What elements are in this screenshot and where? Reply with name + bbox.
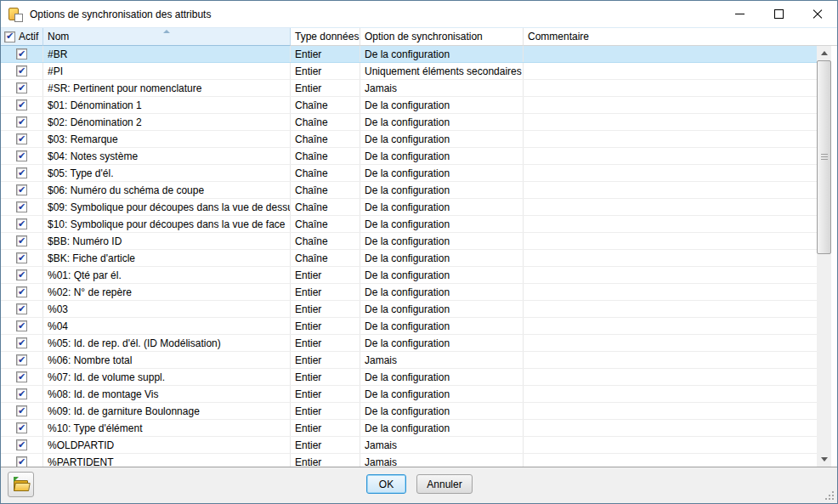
row-checkbox[interactable] <box>16 439 27 450</box>
row-checkbox[interactable] <box>16 371 27 382</box>
table-row[interactable]: #SR: Pertinent pour nomenclatureEntierJa… <box>1 80 817 97</box>
attribute-comment <box>524 403 817 419</box>
attribute-name: %10: Type d'élément <box>43 420 291 436</box>
row-checkbox[interactable] <box>16 150 27 161</box>
row-checkbox[interactable] <box>16 354 27 365</box>
row-checkbox[interactable] <box>16 116 27 127</box>
table-row[interactable]: #PIEntierUniquement éléments secondaires <box>1 63 817 80</box>
table-row[interactable]: $10: Symbolique pour découpes dans la vu… <box>1 216 817 233</box>
attribute-sync-option: De la configuration <box>360 403 524 419</box>
vertical-scrollbar[interactable] <box>817 46 831 467</box>
attribute-name: %09: Id. de garniture Boulonnage <box>43 403 291 419</box>
row-checkbox[interactable] <box>16 286 27 297</box>
row-checkbox[interactable] <box>16 269 27 280</box>
table-row[interactable]: $BB: Numéro IDChaîneDe la configuration <box>1 233 817 250</box>
attribute-sync-option: De la configuration <box>360 114 524 130</box>
table-row[interactable]: $03: RemarqueChaîneDe la configuration <box>1 131 817 148</box>
attribute-sync-option: De la configuration <box>360 250 524 266</box>
row-checkbox[interactable] <box>16 65 27 76</box>
table-row[interactable]: $09: Symbolique pour découpes dans la vu… <box>1 199 817 216</box>
attribute-sync-option: De la configuration <box>360 369 524 385</box>
attribute-name: %OLDPARTID <box>43 437 291 453</box>
row-checkbox[interactable] <box>16 337 27 348</box>
table-row[interactable]: %05: Id. de rep. d'él. (ID Modélisation)… <box>1 335 817 352</box>
row-checkbox[interactable] <box>16 422 27 433</box>
window-title: Options de synchronisation des attributs <box>30 8 211 20</box>
attribute-data-type: Entier <box>291 403 360 419</box>
attribute-sync-option: De la configuration <box>360 318 524 334</box>
table-row[interactable]: $05: Type d'él.ChaîneDe la configuration <box>1 165 817 182</box>
attribute-comment <box>524 148 817 164</box>
table-row[interactable]: %04EntierDe la configuration <box>1 318 817 335</box>
row-checkbox[interactable] <box>16 133 27 144</box>
table-row[interactable]: %06: Nombre totalEntierJamais <box>1 352 817 369</box>
attribute-data-type: Entier <box>291 284 360 300</box>
attribute-comment <box>524 131 817 147</box>
row-checkbox[interactable] <box>16 388 27 399</box>
attribute-data-type: Chaîne <box>291 199 360 215</box>
row-checkbox[interactable] <box>16 48 27 59</box>
scroll-down-button[interactable] <box>817 452 831 467</box>
attribute-name: %08: Id. de montage Vis <box>43 386 291 402</box>
column-header-actif[interactable]: Actif <box>1 28 43 46</box>
row-checkbox[interactable] <box>16 456 27 467</box>
ok-button[interactable]: OK <box>366 474 406 494</box>
actif-cell <box>1 182 43 198</box>
table-row[interactable]: %08: Id. de montage VisEntierDe la confi… <box>1 386 817 403</box>
attribute-sync-dialog: Options de synchronisation des attributs… <box>0 0 838 504</box>
column-header-option-sync[interactable]: Option de synchronisation <box>360 28 524 46</box>
table-row[interactable]: $02: Dénomination 2ChaîneDe la configura… <box>1 114 817 131</box>
attribute-name: %06: Nombre total <box>43 352 291 368</box>
select-all-checkbox[interactable] <box>4 31 15 42</box>
attribute-name: %01: Qté par él. <box>43 267 291 283</box>
attribute-comment <box>524 386 817 402</box>
row-checkbox[interactable] <box>16 82 27 93</box>
table-row[interactable]: $01: Dénomination 1ChaîneDe la configura… <box>1 97 817 114</box>
attribute-sync-option: De la configuration <box>360 46 524 62</box>
cancel-button[interactable]: Annuler <box>416 474 473 494</box>
table-row[interactable]: $BK: Fiche d'articleChaîneDe la configur… <box>1 250 817 267</box>
column-header-nom[interactable]: Nom <box>43 28 291 46</box>
table-row[interactable]: #BREntierDe la configuration <box>1 46 817 63</box>
table-row[interactable]: %09: Id. de garniture BoulonnageEntierDe… <box>1 403 817 420</box>
row-checkbox[interactable] <box>16 99 27 110</box>
actif-cell <box>1 403 43 419</box>
row-checkbox[interactable] <box>16 201 27 212</box>
row-checkbox[interactable] <box>16 303 27 314</box>
table-row[interactable]: %10: Type d'élémentEntierDe la configura… <box>1 420 817 437</box>
table-row[interactable]: %07: Id. de volume suppl.EntierDe la con… <box>1 369 817 386</box>
close-button[interactable] <box>798 1 837 27</box>
attribute-comment <box>524 182 817 198</box>
maximize-button[interactable] <box>759 1 798 27</box>
table-row[interactable]: %PARTIDENTEntierJamais <box>1 454 817 467</box>
attribute-comment <box>524 369 817 385</box>
attribute-data-type: Entier <box>291 318 360 334</box>
row-checkbox[interactable] <box>16 252 27 263</box>
minimize-button[interactable] <box>720 1 759 27</box>
table-row[interactable]: %03EntierDe la configuration <box>1 301 817 318</box>
table-row[interactable]: $04: Notes systèmeChaîneDe la configurat… <box>1 148 817 165</box>
attribute-comment <box>524 97 817 113</box>
column-header-type-donnees[interactable]: Type données <box>291 28 360 46</box>
scrollbar-thumb[interactable] <box>817 60 831 254</box>
title-bar: Options de synchronisation des attributs <box>1 1 837 27</box>
attribute-name: $BK: Fiche d'article <box>43 250 291 266</box>
table-row[interactable]: %02: N° de repèreEntierDe la configurati… <box>1 284 817 301</box>
table-row[interactable]: %OLDPARTIDEntierJamais <box>1 437 817 454</box>
table-row[interactable]: $06: Numéro du schéma de coupeChaîneDe l… <box>1 182 817 199</box>
load-from-file-button[interactable] <box>8 472 34 497</box>
column-header-commentaire[interactable]: Commentaire <box>524 28 837 46</box>
scroll-up-button[interactable] <box>817 46 831 60</box>
attribute-sync-option: Jamais <box>360 454 524 467</box>
attribute-comment <box>524 199 817 215</box>
row-checkbox[interactable] <box>16 184 27 195</box>
actif-cell <box>1 165 43 181</box>
row-checkbox[interactable] <box>16 320 27 331</box>
resize-grip[interactable] <box>823 489 835 501</box>
row-checkbox[interactable] <box>16 235 27 246</box>
row-checkbox[interactable] <box>16 167 27 178</box>
row-checkbox[interactable] <box>16 405 27 416</box>
scrollbar-track[interactable] <box>817 60 831 452</box>
table-row[interactable]: %01: Qté par él.EntierDe la configuratio… <box>1 267 817 284</box>
row-checkbox[interactable] <box>16 218 27 229</box>
